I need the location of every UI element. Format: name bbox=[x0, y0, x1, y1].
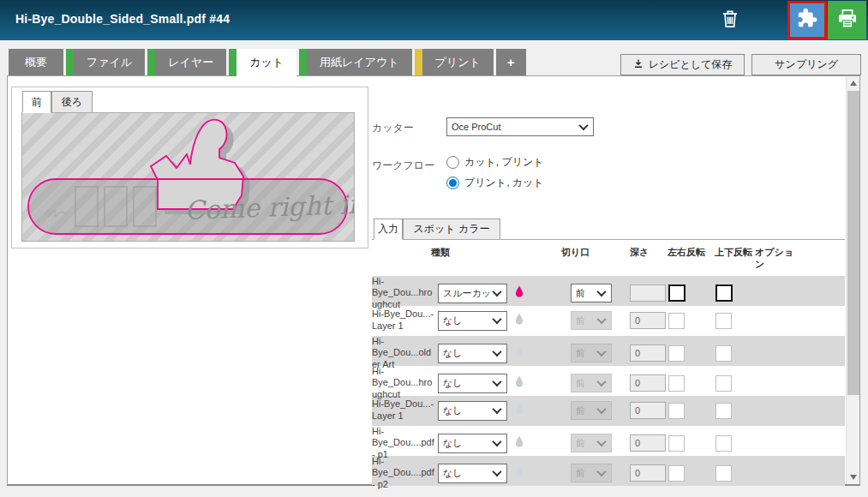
header-type: 種類 bbox=[372, 246, 509, 271]
cut-face-select[interactable]: 前 bbox=[571, 401, 612, 420]
cut-face-select[interactable]: 前 bbox=[571, 284, 612, 302]
header-cut-face: 切り口 bbox=[561, 246, 630, 271]
cut-face-select[interactable]: 前 bbox=[571, 311, 612, 330]
preview-tab-front[interactable]: 前 bbox=[22, 91, 51, 113]
tab-add[interactable]: + bbox=[496, 49, 526, 75]
download-icon bbox=[633, 58, 644, 71]
cut-face-select[interactable]: 前 bbox=[571, 464, 612, 482]
mirror-h-checkbox[interactable] bbox=[668, 435, 685, 452]
puzzle-icon bbox=[795, 7, 819, 34]
depth-input[interactable] bbox=[630, 344, 666, 362]
workflow-radio-print-cut[interactable] bbox=[446, 177, 459, 189]
main-tab-bar: 概要 ファイル レイヤー カット 用紙レイアウト プリント + bbox=[9, 49, 861, 75]
tab-file[interactable]: ファイル bbox=[66, 49, 145, 75]
mirror-h-checkbox[interactable] bbox=[668, 465, 685, 482]
quick-sets-button[interactable] bbox=[787, 1, 827, 39]
table-header-row: 種類 切り口 深さ 左右反転 上下反転 オプション bbox=[372, 240, 845, 276]
layer-name: Hi-Bye_Dou...hroughcut bbox=[372, 276, 438, 311]
sampling-button[interactable]: サンプリング bbox=[751, 54, 861, 75]
mirror-v-checkbox[interactable] bbox=[715, 284, 733, 302]
cutter-select-wrap: Oce ProCut bbox=[446, 117, 594, 136]
table-row: Hi-Bye_Dou....pdf - p2 なし 前 bbox=[372, 456, 845, 486]
cut-face-select[interactable]: 前 bbox=[571, 344, 612, 362]
depth-input[interactable] bbox=[630, 434, 666, 452]
cut-type-select[interactable]: なし bbox=[438, 344, 507, 363]
tab-spot-color[interactable]: スポット カラー bbox=[403, 219, 500, 240]
tab-media-layout[interactable]: 用紙レイアウト bbox=[299, 49, 412, 75]
cut-type-select[interactable]: なし bbox=[438, 464, 507, 483]
table-row: Hi-Bye_Dou....pdf - p1 なし 前 bbox=[372, 426, 845, 456]
header-mirror-v: 上下反転 bbox=[715, 246, 755, 271]
scrollbar-thumb[interactable] bbox=[847, 91, 859, 395]
cut-type-select[interactable]: スルーカット bbox=[438, 284, 507, 303]
workflow-label: ワークフロー bbox=[372, 159, 434, 173]
table-row: Hi-Bye_Dou...hroughcut スルーカット 前 bbox=[372, 276, 845, 306]
scroll-down-button[interactable] bbox=[847, 470, 860, 484]
printer-icon bbox=[835, 6, 860, 35]
tab-status-indicator bbox=[147, 49, 155, 75]
tab-cut[interactable]: カット bbox=[229, 49, 296, 76]
save-as-recipe-button[interactable]: レシピとして保存 bbox=[620, 54, 745, 75]
scroll-up-button[interactable] bbox=[847, 76, 860, 90]
spot-color-droplet-icon bbox=[513, 287, 525, 302]
cutter-select[interactable]: Oce ProCut bbox=[446, 117, 594, 136]
tab-overview[interactable]: 概要 bbox=[9, 49, 63, 75]
spot-color-droplet-icon bbox=[513, 467, 525, 482]
layer-name: Hi-Bye_Dou....pdf - p2 bbox=[372, 456, 438, 491]
table-row: Hi-Bye_Dou...older Art なし 前 bbox=[372, 336, 845, 366]
mirror-h-checkbox[interactable] bbox=[668, 345, 685, 362]
table-row: Hi-Bye_Dou...hroughcut なし 前 bbox=[372, 366, 845, 396]
tab-status-indicator bbox=[66, 49, 74, 75]
mirror-h-checkbox[interactable] bbox=[668, 313, 685, 329]
spot-color-droplet-icon bbox=[513, 377, 525, 392]
mirror-v-checkbox[interactable] bbox=[715, 375, 732, 392]
vertical-scrollbar[interactable] bbox=[846, 76, 859, 484]
tab-status-indicator bbox=[415, 49, 422, 75]
layer-name: Hi-Bye_Dou...- Layer 1 bbox=[372, 398, 438, 422]
workflow-radio-cut-print[interactable] bbox=[446, 156, 459, 169]
header-options: オプション bbox=[755, 246, 798, 271]
layer-name: Hi-Bye_Dou...- Layer 1 bbox=[372, 308, 438, 332]
cut-type-select[interactable]: なし bbox=[438, 434, 507, 453]
depth-input[interactable] bbox=[630, 402, 666, 419]
mirror-v-checkbox[interactable] bbox=[715, 435, 732, 452]
tab-status-indicator bbox=[229, 49, 236, 76]
cut-type-select[interactable]: なし bbox=[438, 311, 507, 331]
cut-type-select[interactable]: なし bbox=[438, 401, 507, 421]
workflow-option-print-cut[interactable]: プリント, カット bbox=[446, 176, 544, 190]
spot-color-droplet-icon bbox=[513, 314, 525, 329]
cut-face-select[interactable]: 前 bbox=[571, 374, 612, 392]
cut-face-select[interactable]: 前 bbox=[571, 434, 612, 452]
tab-print[interactable]: プリント bbox=[415, 49, 494, 75]
trash-icon bbox=[719, 7, 741, 34]
tab-layers[interactable]: レイヤー bbox=[147, 49, 226, 75]
mirror-v-checkbox[interactable] bbox=[715, 465, 732, 482]
title-bar: Hi-Bye_Double_Sided_Small.pdf #44 bbox=[0, 0, 868, 40]
print-button[interactable] bbox=[828, 1, 866, 39]
preview-panel: 前 後ろ bbox=[11, 87, 368, 248]
preview-caption-text: Come right in! bbox=[184, 189, 354, 225]
scroll-down-icon bbox=[850, 475, 857, 480]
table-row: Hi-Bye_Dou...- Layer 1 なし 前 bbox=[372, 306, 845, 336]
tab-input[interactable]: 入力 bbox=[374, 219, 403, 240]
spot-color-droplet-icon bbox=[513, 437, 525, 452]
mirror-h-checkbox[interactable] bbox=[668, 284, 685, 302]
mirror-h-checkbox[interactable] bbox=[668, 403, 685, 419]
depth-input[interactable] bbox=[630, 374, 666, 392]
mirror-v-checkbox[interactable] bbox=[715, 313, 732, 329]
depth-input[interactable] bbox=[630, 284, 666, 302]
mirror-v-checkbox[interactable] bbox=[715, 345, 732, 362]
mirror-h-checkbox[interactable] bbox=[668, 375, 685, 392]
table-row: Hi-Bye_Dou...- Layer 1 なし 前 bbox=[372, 396, 845, 426]
depth-input[interactable] bbox=[630, 312, 666, 329]
layer-name: Hi-Bye_Dou...hroughcut bbox=[372, 366, 438, 401]
preview-tab-back[interactable]: 後ろ bbox=[51, 91, 93, 113]
tab-bar-actions: レシピとして保存 サンプリング bbox=[620, 54, 861, 75]
spot-color-droplet-icon bbox=[513, 347, 525, 362]
cut-type-select[interactable]: なし bbox=[438, 374, 507, 393]
delete-job-button[interactable] bbox=[716, 8, 744, 33]
cut-tab-content: 前 後ろ bbox=[7, 75, 860, 486]
mirror-v-checkbox[interactable] bbox=[715, 403, 732, 419]
depth-input[interactable] bbox=[630, 464, 666, 482]
workflow-option-cut-print[interactable]: カット, プリント bbox=[446, 155, 544, 170]
